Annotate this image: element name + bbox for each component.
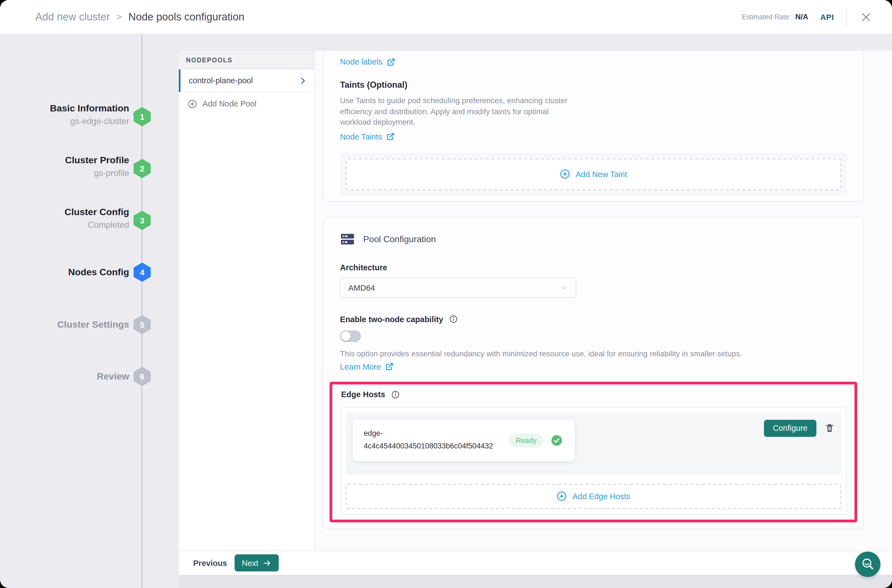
- node-labels-link-label: Node labels: [340, 57, 382, 66]
- estimated-rate-label: Estimated Rate:: [742, 13, 791, 21]
- nodepools-header-label: NODEPOOLS: [186, 57, 233, 63]
- pool-configuration-title: Pool Configuration: [363, 234, 436, 244]
- info-icon[interactable]: [449, 314, 458, 324]
- api-button[interactable]: API: [820, 12, 834, 21]
- header: Add new cluster > Node pools configurati…: [0, 0, 892, 34]
- step-badge: 5: [134, 315, 151, 334]
- edge-host-row: edge- 4c4c4544003450108033b6c04f504432 R…: [346, 412, 841, 475]
- architecture-select[interactable]: AMD64: [340, 278, 576, 298]
- add-new-taint-button[interactable]: Add New Taint: [346, 158, 841, 190]
- server-stack-icon: [340, 232, 355, 247]
- step-title: Review: [8, 370, 129, 383]
- next-button[interactable]: Next: [235, 554, 279, 572]
- nodepool-item-label: control-plane-pool: [189, 76, 253, 85]
- taints-heading: Taints (Optional): [340, 80, 847, 90]
- check-circle-icon: [551, 434, 563, 446]
- wizard-footer: Previous Next: [179, 550, 892, 575]
- main-scroll-area: Node labels Taints (Optional) Use Taints…: [314, 51, 892, 550]
- external-link-icon: [387, 133, 395, 141]
- nodepools-header: NODEPOOLS: [179, 51, 314, 69]
- trash-icon[interactable]: [825, 423, 834, 433]
- two-node-label: Enable two-node capability: [340, 315, 443, 324]
- plus-circle-icon: [557, 491, 567, 501]
- add-new-taint-label: Add New Taint: [576, 170, 627, 179]
- support-search-button[interactable]: [855, 552, 880, 577]
- step-badge: 1: [134, 107, 151, 126]
- plus-circle-icon: [560, 169, 570, 180]
- step-badge: 3: [134, 211, 151, 230]
- step-number: 3: [140, 216, 144, 225]
- edge-host-name-line1: edge-: [364, 428, 501, 440]
- external-link-icon: [387, 58, 395, 66]
- taints-description: Use Taints to guide pod scheduling prefe…: [340, 95, 575, 128]
- chevron-down-icon: [560, 283, 569, 292]
- taints-list-container: Add New Taint: [340, 153, 847, 196]
- next-button-label: Next: [242, 558, 259, 567]
- step-badge: 4: [134, 262, 151, 282]
- status-badge: Ready: [509, 433, 543, 447]
- architecture-value: AMD64: [348, 283, 375, 292]
- edge-host-actions: Configure: [764, 420, 834, 436]
- step-title: Cluster Settings: [8, 319, 129, 331]
- step-number: 1: [140, 112, 144, 122]
- external-link-icon: [385, 362, 394, 370]
- step-title: Cluster Config: [8, 206, 129, 218]
- two-node-label-row: Enable two-node capability: [340, 314, 847, 324]
- step-title: Basic Information: [8, 103, 129, 115]
- step-badge: 6: [134, 367, 151, 386]
- toggle-knob: [341, 332, 350, 341]
- node-labels-link[interactable]: Node labels: [340, 57, 395, 66]
- edge-hosts-label: Edge Hosts: [341, 390, 385, 399]
- edge-hosts-label-row: Edge Hosts: [340, 390, 847, 399]
- edge-host-name-line2: 4c4c4544003450108033b6c04f504432: [364, 440, 501, 453]
- step-title: Cluster Profile: [8, 154, 129, 166]
- step-number: 5: [140, 320, 144, 329]
- step-subtitle: gs-edge-cluster: [8, 115, 129, 128]
- estimated-rate: Estimated Rate: N/A: [742, 13, 808, 21]
- close-icon[interactable]: [859, 10, 873, 24]
- chevron-right-icon: [298, 76, 307, 85]
- wizard-window: Add new cluster > Node pools configurati…: [0, 0, 892, 588]
- pool-configuration-card: Pool Configuration Architecture AMD64 En…: [323, 217, 864, 530]
- arrow-right-icon: [263, 558, 272, 567]
- bottom-strip: [179, 575, 892, 588]
- estimated-rate-value: N/A: [796, 13, 808, 21]
- learn-more-label: Learn More: [340, 362, 381, 371]
- magnifier-smile-icon: [859, 556, 876, 573]
- step-number: 2: [140, 164, 144, 173]
- header-divider: [846, 8, 847, 26]
- edge-host-name: edge- 4c4c4544003450108033b6c04f504432: [364, 428, 501, 453]
- edge-host-card[interactable]: edge- 4c4c4544003450108033b6c04f504432 R…: [353, 420, 575, 461]
- breadcrumb-add-new-cluster[interactable]: Add new cluster: [35, 11, 110, 23]
- previous-button[interactable]: Previous: [193, 558, 227, 567]
- page-title: Node pools configuration: [128, 11, 244, 23]
- add-node-pool-label: Add Node Pool: [203, 99, 256, 108]
- node-taints-link[interactable]: Node Taints: [340, 132, 395, 141]
- configure-button[interactable]: Configure: [764, 420, 816, 436]
- add-edge-hosts-label: Add Edge Hosts: [572, 492, 630, 501]
- step-badge: 2: [134, 159, 151, 178]
- learn-more-link[interactable]: Learn More: [340, 362, 394, 371]
- taints-card: Node labels Taints (Optional) Use Taints…: [323, 51, 864, 202]
- edge-hosts-highlighted-section: Edge Hosts edge- 4c4c4544003450108033b6c…: [329, 381, 857, 522]
- two-node-toggle[interactable]: [340, 330, 361, 342]
- plus-circle-icon: [188, 99, 197, 108]
- step-title: Nodes Config: [8, 266, 129, 279]
- nodepools-panel: NODEPOOLS control-plane-pool Add Node Po…: [179, 51, 314, 550]
- step-subtitle: gs-profile: [8, 166, 129, 180]
- nodepool-item-control-plane-pool[interactable]: control-plane-pool: [179, 69, 314, 92]
- step-number: 6: [140, 372, 144, 381]
- wizard-stepper: Basic Information gs-edge-cluster 1 Clus…: [0, 34, 179, 588]
- info-icon[interactable]: [391, 390, 400, 399]
- two-node-description: This option provides essential redundanc…: [340, 349, 847, 359]
- content: Basic Information gs-edge-cluster 1 Clus…: [0, 34, 892, 588]
- header-actions: Estimated Rate: N/A API: [742, 8, 873, 26]
- pool-configuration-header: Pool Configuration: [340, 232, 847, 247]
- add-node-pool-button[interactable]: Add Node Pool: [179, 92, 314, 115]
- stage: Add new cluster > Node pools configurati…: [0, 0, 892, 588]
- step-subtitle: Completed: [8, 218, 129, 232]
- breadcrumb-chevron-icon: >: [116, 12, 122, 22]
- architecture-label: Architecture: [340, 263, 847, 272]
- node-taints-link-label: Node Taints: [340, 132, 382, 141]
- add-edge-hosts-button[interactable]: Add Edge Hosts: [346, 483, 841, 509]
